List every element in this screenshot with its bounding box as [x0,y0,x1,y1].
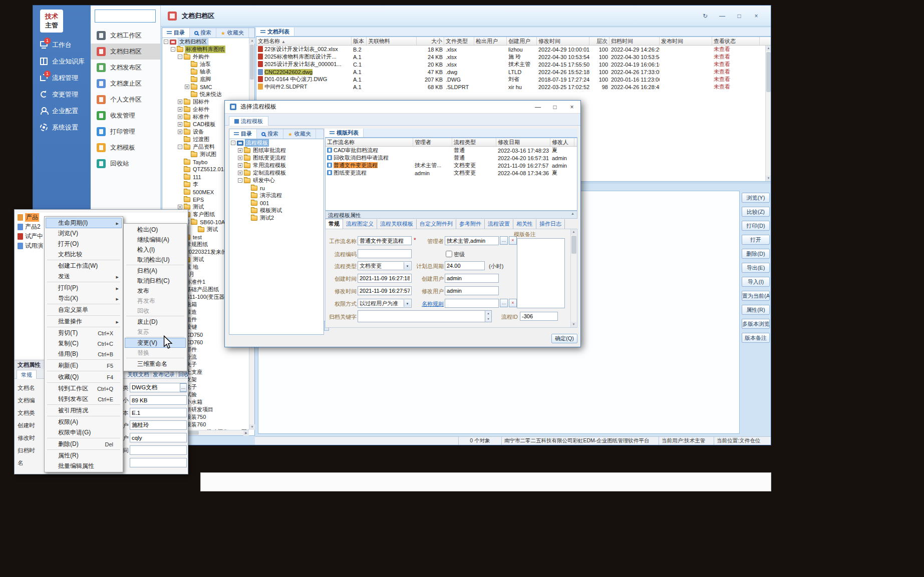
expand-toggle-icon[interactable] [164,40,168,44]
tree-node[interactable]: 外购件 [162,53,249,61]
tree-tab[interactable]: 目录 [229,129,257,139]
menu-item[interactable]: 批量编辑属性 [46,461,122,471]
scroll-thumb[interactable] [766,52,771,92]
prop-value-input[interactable] [130,433,187,442]
prop-value-input[interactable] [130,395,187,405]
prop-value-input[interactable] [130,458,187,467]
modify-user-field[interactable] [445,286,499,295]
column-header[interactable]: 创建用户 [507,37,537,45]
chevron-down-icon[interactable] [404,262,411,269]
action-button[interactable]: 导入(I) [742,277,770,287]
tree-node[interactable]: 悦来悦达 [162,91,249,98]
menu-item[interactable]: 发送 [46,271,122,282]
tree-node[interactable]: 001 [229,199,324,207]
form-scrollbar[interactable] [570,229,577,327]
column-header[interactable]: 工作流名称 [326,138,413,146]
action-button[interactable]: 浏览(Y) [742,193,770,203]
template-row[interactable]: 回收取消归档申请流程 普通 2022-04-20 16:57:31 admin [326,154,577,162]
action-button[interactable]: 置为当前(A) [742,291,770,301]
menu-item[interactable]: 生命周期(I) [46,218,122,228]
menu-item[interactable] [126,337,184,337]
doc-props-tab[interactable]: 发布记录 [151,371,177,377]
prop-value-input[interactable] [130,408,187,417]
workspace-item[interactable]: 打印管理 [91,124,160,140]
maximize-icon[interactable]: □ [546,101,563,114]
tree-tab[interactable]: 目录 [162,28,190,38]
props-tab[interactable]: 操作日志 [536,219,565,229]
template-row[interactable]: 图纸变更流程 admin 文档变更 2022-04-08 17:34:36 夏 [326,169,577,177]
menu-item[interactable] [47,404,120,405]
tab-template-list[interactable]: 模版列表 [325,129,364,137]
doc-row[interactable]: 22张设计开发计划表_002.xlsx B.2 18 KB .xlsx lizh… [256,46,771,53]
expand-toggle-icon[interactable] [238,148,242,153]
tree-tab[interactable]: 搜索 [190,28,216,38]
menu-item[interactable]: 删除(D) Del [46,439,122,449]
expand-toggle-icon[interactable] [238,178,242,183]
tree-node[interactable]: 标准物料库图纸 [162,46,249,53]
scroll-thumb[interactable] [571,236,576,254]
menu-item[interactable] [47,371,120,371]
menu-item[interactable]: 剪切(T) Ctrl+X [46,328,122,338]
menu-item[interactable]: 归档(A) [125,266,186,276]
tree-node[interactable]: 常用流程模板 [229,162,324,169]
tree-node[interactable]: SMC [162,83,249,91]
tree-tab[interactable]: 搜索 [257,129,283,139]
menu-item[interactable]: 借用(B) Ctrl+B [46,349,122,359]
sidebar-item[interactable]: 变更管理 [33,86,91,103]
workspace-item[interactable]: 回收站 [91,156,160,172]
expand-toggle-icon[interactable] [171,47,175,52]
tab-flow-template[interactable]: 流程模板 [229,116,268,126]
action-button[interactable]: 打开 [742,235,770,245]
tree-node[interactable]: 演示流程 [229,192,324,199]
workspace-item[interactable]: 文档废止区 [91,76,160,92]
tree-node[interactable]: 流程模板 [229,139,324,147]
action-button[interactable]: 比较(Z) [742,207,770,217]
menu-item[interactable] [126,316,184,316]
menu-item[interactable]: 发布 [125,286,186,296]
ok-button[interactable]: 确定(Q) [551,334,577,343]
props-tab[interactable]: 相关性 [513,219,536,229]
column-header[interactable]: 文档名称▲ [256,37,352,45]
sidebar-item[interactable]: 1 流程管理 [33,70,91,86]
menu-item[interactable]: 浏览(V) [46,228,122,239]
menu-item[interactable]: 检出(O) [125,225,186,235]
column-header[interactable]: 修改时间 [537,37,589,45]
expand-toggle-icon[interactable] [178,130,182,134]
props-tab[interactable]: 自定义附件列 [417,219,456,229]
menu-item[interactable]: 继续编辑(A) [125,235,186,245]
scroll-up-icon[interactable] [766,46,771,51]
flow-id-field[interactable] [520,312,558,321]
menu-item[interactable] [47,438,120,438]
menu-item[interactable]: 刷新(E) F5 [46,360,122,371]
menu-item[interactable] [47,449,120,450]
tree-node[interactable]: 油泵 [162,61,249,68]
cycle-field[interactable] [445,261,485,270]
menu-item[interactable]: 复苏 [125,327,186,337]
menu-item[interactable]: 被引用情况 [46,405,122,416]
close-icon[interactable]: × [750,11,763,21]
workspace-item[interactable]: 文档工作区 [91,28,160,44]
tree-node[interactable]: 图纸审批流程 [229,147,324,154]
column-header[interactable]: 管理者 [413,138,452,146]
menu-item[interactable]: 属性(R) [46,450,122,461]
workspace-item[interactable]: 文档发布区 [91,60,160,76]
create-time-field[interactable] [358,274,412,283]
doc-row[interactable]: 2025设计开发计划表_000001... C.1 20 KB .xlsx 技术… [256,61,771,68]
column-header[interactable]: 发布时间 [660,37,712,45]
collapse-up-icon[interactable]: ▲ [571,212,574,215]
tree-tab[interactable]: 收藏夹 [216,28,249,38]
menu-item[interactable] [47,327,120,327]
tree-node[interactable]: 底脚 [162,76,249,83]
action-button[interactable]: 打印(D) [742,221,770,231]
ellipsis-button[interactable]: … [180,383,187,392]
menu-item[interactable]: 取消检出(U) [125,255,186,265]
props-tab[interactable]: 参考附件 [456,219,485,229]
naming-rule-field[interactable] [445,299,499,308]
doc-row[interactable]: 2025标准物料库图纸设计开... A.1 24 KB .xlsx 施 玲 20… [256,53,771,61]
create-user-field[interactable] [445,274,499,283]
sidebar-item[interactable]: 企业配置 [33,103,91,119]
scroll-thumb[interactable] [250,45,254,80]
menu-item[interactable]: 导出(X) [46,293,122,304]
menu-item[interactable]: 转到工作区 Ctrl+Q [46,383,122,394]
tree-node[interactable]: 轴承 [162,68,249,76]
